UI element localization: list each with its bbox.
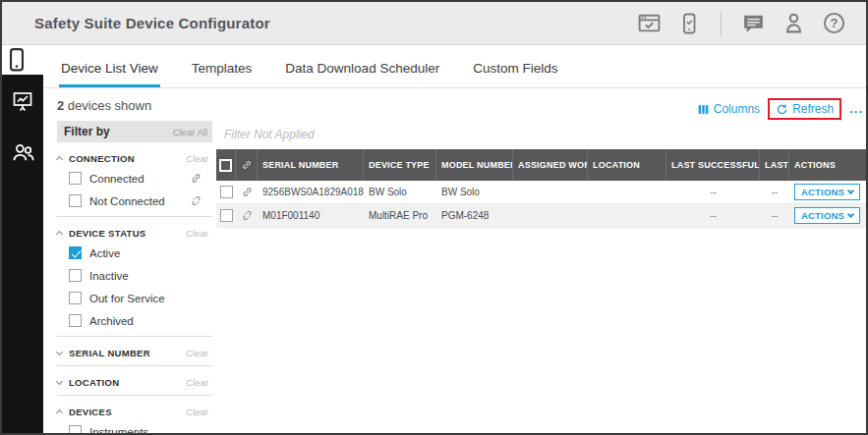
- chevron-up-icon: [56, 231, 63, 238]
- more-options-icon[interactable]: ...: [849, 104, 863, 114]
- filter-section-header[interactable]: DEVICE STATUS Clear: [57, 224, 208, 242]
- filter-section-device-status: DEVICE STATUS Clear Active Inactive: [57, 216, 212, 336]
- filter-section-title: SERIAL NUMBER: [69, 348, 150, 358]
- link-broken-icon: [190, 194, 203, 207]
- clear-all-link[interactable]: Clear All: [173, 127, 207, 137]
- filter-section-header[interactable]: SERIAL NUMBER Clear: [57, 344, 208, 361]
- connection-status-cell: [236, 181, 258, 203]
- header-model-number[interactable]: MODEL NUMBER: [436, 149, 513, 181]
- header-device-type[interactable]: DEVICE TYPE: [364, 149, 436, 181]
- connected-checkbox[interactable]: [69, 172, 82, 185]
- filter-option-label: Archived: [89, 315, 134, 327]
- mobile-check-icon[interactable]: [676, 11, 702, 36]
- out-for-service-checkbox[interactable]: [69, 292, 82, 304]
- row-select-cell: [216, 204, 236, 227]
- archived-checkbox[interactable]: [69, 314, 82, 327]
- location-cell: [588, 204, 666, 227]
- filter-panel: 2 devices shown Filter by Clear All CONN…: [43, 88, 216, 433]
- svg-text:?: ?: [830, 16, 838, 30]
- header-last-successful-calibration[interactable]: LAST SUCCESSFUL CALIBRA: [666, 149, 760, 181]
- dashboard-presentation-icon: [11, 89, 34, 113]
- chevron-down-icon: [847, 187, 854, 193]
- filter-option-inactive: Inactive: [57, 264, 208, 287]
- model-number-cell: BW Solo: [436, 181, 513, 203]
- clear-link[interactable]: Clear: [186, 153, 208, 164]
- device-icon: [4, 47, 29, 73]
- filter-section-connection: CONNECTION Clear Connected No: [57, 142, 212, 216]
- filter-option-archived: Archived: [57, 309, 208, 332]
- link-icon: [190, 172, 203, 185]
- filter-section-title: DEVICE STATUS: [69, 228, 146, 239]
- row-checkbox[interactable]: [220, 209, 233, 222]
- clear-link[interactable]: Clear: [186, 228, 208, 239]
- devices-count-label: devices shown: [64, 98, 151, 113]
- instruments-checkbox[interactable]: [69, 425, 82, 433]
- filter-option-label: Connected: [89, 173, 145, 185]
- location-cell: [588, 181, 666, 203]
- help-icon[interactable]: ?: [821, 11, 846, 36]
- filter-section-header[interactable]: CONNECTION Clear: [57, 149, 208, 167]
- device-type-cell: MultiRAE Pro: [364, 204, 436, 227]
- filter-section-serial-number: SERIAL NUMBER Clear: [57, 336, 212, 365]
- app-window: Safety Suite Device Configurator ?: [0, 0, 868, 435]
- nav-item-dashboard[interactable]: [8, 86, 37, 116]
- tabbar: Device List View Templates Data Download…: [43, 45, 866, 88]
- filter-option-label: Active: [89, 247, 120, 259]
- row-checkbox[interactable]: [220, 186, 233, 198]
- filter-section-title: DEVICES: [69, 407, 112, 417]
- titlebar-divider: [721, 11, 722, 36]
- filter-option-out-for-service: Out for Service: [57, 287, 208, 309]
- nav-item-users[interactable]: [8, 137, 37, 167]
- filter-section-header[interactable]: DEVICES Clear: [57, 403, 208, 420]
- filter-option-label: Instruments: [89, 426, 148, 434]
- assigned-worker-cell: [513, 204, 588, 227]
- tab-device-list-view[interactable]: Device List View: [61, 45, 158, 87]
- select-all-checkbox[interactable]: [219, 159, 232, 172]
- clear-link[interactable]: Clear: [186, 348, 208, 358]
- titlebar-icons: ?: [636, 11, 866, 36]
- header-location[interactable]: LOCATION: [588, 149, 666, 181]
- titlebar: Safety Suite Device Configurator ?: [2, 2, 866, 45]
- filter-section-devices: DEVICES Clear Instruments: [57, 395, 212, 433]
- row-select-cell: [216, 181, 236, 203]
- nav-item-devices[interactable]: [2, 45, 31, 75]
- columns-label: Columns: [714, 102, 760, 116]
- devices-shown-count: 2 devices shown: [57, 98, 212, 113]
- chat-icon[interactable]: [740, 11, 766, 36]
- last-calibration-cell: --: [666, 204, 760, 227]
- inactive-checkbox[interactable]: [69, 269, 82, 282]
- nav-rail-dark: [2, 75, 43, 433]
- refresh-icon: [776, 103, 788, 116]
- desktop-check-icon[interactable]: [636, 11, 662, 36]
- table-toolbar: Columns Refresh ...: [216, 97, 866, 121]
- table-row: 9256BWS0A1829A0184 BW Solo BW Solo -- --…: [216, 181, 866, 204]
- app-title: Safety Suite Device Configurator: [34, 15, 270, 31]
- clear-link[interactable]: Clear: [186, 407, 208, 417]
- active-checkbox[interactable]: [69, 246, 82, 259]
- last-bump-cell: --: [760, 181, 789, 203]
- tab-data-download-scheduler[interactable]: Data Download Scheduler: [285, 45, 439, 87]
- filter-option-label: Not Connected: [89, 195, 165, 207]
- refresh-button[interactable]: Refresh: [776, 102, 834, 116]
- nav-rail: [2, 45, 43, 433]
- filter-section-header[interactable]: LOCATION Clear: [57, 373, 208, 391]
- header-last-successful-bump[interactable]: LAST SU: [760, 149, 789, 181]
- header-serial-number[interactable]: SERIAL NUMBER: [258, 149, 364, 181]
- tab-custom-fields[interactable]: Custom Fields: [473, 45, 557, 87]
- row-actions-button[interactable]: ACTIONS: [794, 207, 860, 224]
- model-number-cell: PGM-6248: [436, 204, 513, 227]
- last-calibration-cell: --: [666, 181, 760, 203]
- row-actions-button[interactable]: ACTIONS: [794, 184, 860, 200]
- not-connected-checkbox[interactable]: [69, 194, 82, 207]
- filter-by-label: Filter by: [64, 125, 110, 138]
- columns-button[interactable]: Columns: [697, 102, 760, 116]
- last-bump-cell: --: [760, 204, 789, 227]
- header-connection[interactable]: [236, 149, 258, 181]
- header-assigned-worker[interactable]: ASSIGNED WORKER: [513, 149, 588, 181]
- clear-link[interactable]: Clear: [186, 377, 208, 388]
- serial-number-cell: 9256BWS0A1829A0184: [258, 181, 364, 203]
- filter-option-connected: Connected: [57, 167, 208, 190]
- header-actions[interactable]: ACTIONS: [789, 149, 866, 181]
- user-icon[interactable]: [781, 11, 806, 36]
- tab-templates[interactable]: Templates: [192, 45, 253, 87]
